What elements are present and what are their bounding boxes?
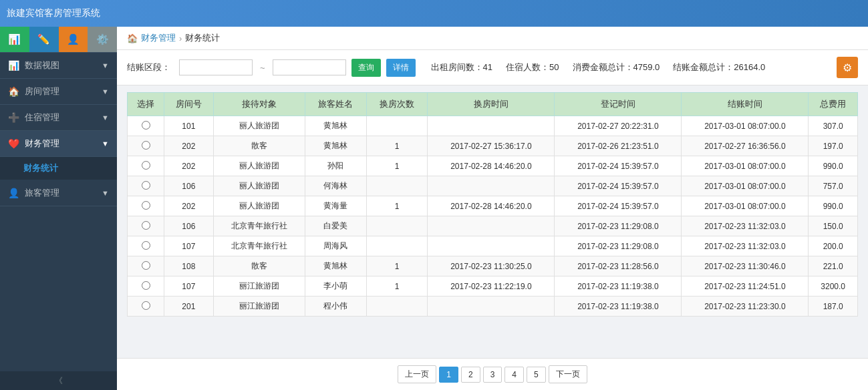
cell-select[interactable]	[128, 256, 164, 276]
breadcrumb-finance[interactable]: 财务管理	[141, 32, 176, 44]
cell-change-time: 2017-02-23 11:22:19.0	[428, 276, 555, 297]
sidebar-item-accommodation-label: 住宿管理	[25, 112, 59, 124]
cell-change-time	[428, 236, 555, 256]
next-page-button[interactable]: 下一页	[549, 365, 587, 383]
date-to-input[interactable]	[273, 59, 346, 75]
table-row: 107 丽江旅游团 李小萌 1 2017-02-23 11:22:19.0 20…	[128, 276, 858, 297]
cell-checkin-time: 2017-02-23 11:29:08.0	[555, 216, 682, 236]
cell-change-count: 1	[366, 256, 428, 276]
main-layout: 📊 ✏️ 👤 ⚙️ 📊 数据视图 ▼ 🏠 房间管理 ▼ ➕ 住宿管理 ▼ ❤️ …	[0, 27, 868, 390]
cell-select[interactable]	[128, 216, 164, 236]
row-radio-9[interactable]	[142, 301, 150, 310]
sidebar-subitem-finance-stats[interactable]: 财务统计	[0, 157, 117, 180]
sidebar-item-dataview[interactable]: 📊 数据视图 ▼	[0, 53, 117, 79]
row-radio-4[interactable]	[142, 201, 150, 210]
table-header-row: 选择 房间号 接待对象 旅客姓名 换房次数 换房时间 登记时间 结账时间 总费用	[128, 93, 858, 116]
cell-checkout-time: 2017-02-23 11:30:46.0	[682, 256, 809, 276]
cell-total: 757.0	[809, 176, 858, 196]
cell-checkout-time: 2017-02-23 11:23:30.0	[682, 297, 809, 317]
cell-guest: 周海风	[305, 236, 366, 256]
table-row: 106 北京青年旅行社 白爱美 2017-02-23 11:29:08.0 20…	[128, 216, 858, 236]
sidebar-icon-chart[interactable]: 📊	[0, 27, 29, 52]
cell-select[interactable]	[128, 136, 164, 156]
row-radio-0[interactable]	[142, 121, 150, 130]
cell-total: 150.0	[809, 216, 858, 236]
cell-change-time	[428, 216, 555, 236]
breadcrumb: 🏠 财务管理 › 财务统计	[117, 27, 868, 50]
cell-room: 201	[164, 297, 213, 317]
cell-room: 107	[164, 276, 213, 297]
top-bar-title: 旅建宾馆客房管理系统	[7, 7, 100, 19]
sidebar-icon-edit[interactable]: ✏️	[29, 27, 59, 52]
cell-change-time: 2017-02-23 11:30:25.0	[428, 256, 555, 276]
stat-rent-rooms-label: 出租房间数：	[431, 62, 483, 72]
page-button-3[interactable]: 3	[483, 367, 502, 383]
stat-guests-value: 50	[549, 62, 559, 72]
toolbar-stats: 出租房间数：41 住宿人数：50 消费金额总计：4759.0 结账金额总计：26…	[431, 61, 766, 73]
row-radio-2[interactable]	[142, 161, 150, 170]
cell-select[interactable]	[128, 156, 164, 176]
content-area: 🏠 财务管理 › 财务统计 结账区段： ~ 查询 详情 出租房间数：41 住宿人…	[117, 27, 868, 390]
roommanage-icon: 🏠	[8, 86, 19, 97]
cell-change-count	[366, 176, 428, 196]
stat-rent-rooms: 出租房间数：41	[431, 61, 492, 73]
col-select: 选择	[128, 93, 164, 116]
row-radio-8[interactable]	[142, 281, 150, 290]
date-from-input[interactable]	[179, 59, 253, 75]
cell-select[interactable]	[128, 236, 164, 256]
detail-button[interactable]: 详情	[386, 59, 416, 77]
page-button-4[interactable]: 4	[504, 367, 524, 383]
table-row: 202 散客 黄旭林 1 2017-02-27 15:36:17.0 2017-…	[128, 136, 858, 156]
sidebar-icon-settings[interactable]: ⚙️	[88, 27, 117, 52]
breadcrumb-separator: ›	[179, 33, 182, 43]
row-radio-5[interactable]	[142, 221, 150, 230]
cell-room: 101	[164, 116, 213, 136]
cell-host: 丽人旅游团	[213, 176, 305, 196]
cell-checkin-time: 2017-02-23 11:19:38.0	[555, 276, 682, 297]
cell-guest: 何海林	[305, 176, 366, 196]
cell-checkout-time: 2017-02-23 11:32:03.0	[682, 216, 809, 236]
prev-page-button[interactable]: 上一页	[398, 365, 436, 383]
cell-total: 990.0	[809, 196, 858, 216]
roommanage-arrow: ▼	[102, 87, 109, 95]
cell-change-time	[428, 116, 555, 136]
cell-select[interactable]	[128, 196, 164, 216]
cell-checkin-time: 2017-02-24 15:39:57.0	[555, 176, 682, 196]
cell-host: 丽人旅游团	[213, 156, 305, 176]
cell-change-count	[366, 297, 428, 317]
row-radio-7[interactable]	[142, 261, 150, 270]
guest-arrow: ▼	[102, 189, 109, 197]
table-area: 选择 房间号 接待对象 旅客姓名 换房次数 换房时间 登记时间 结账时间 总费用…	[117, 85, 868, 358]
cell-total: 197.0	[809, 136, 858, 156]
cell-select[interactable]	[128, 176, 164, 196]
cell-change-count	[366, 116, 428, 136]
col-checkout-time: 结账时间	[682, 93, 809, 116]
cell-room: 106	[164, 216, 213, 236]
finance-arrow: ▼	[102, 140, 109, 148]
cell-guest: 黄海量	[305, 196, 366, 216]
cell-select[interactable]	[128, 297, 164, 317]
cell-select[interactable]	[128, 276, 164, 297]
sidebar-collapse-button[interactable]: 《	[0, 371, 117, 390]
page-button-2[interactable]: 2	[461, 367, 480, 383]
cell-total: 307.0	[809, 116, 858, 136]
cell-select[interactable]	[128, 116, 164, 136]
settings-button[interactable]: ⚙	[837, 57, 858, 78]
stat-checkout-label: 结账金额总计：	[673, 62, 734, 72]
sidebar-item-roommanage[interactable]: 🏠 房间管理 ▼	[0, 79, 117, 105]
row-radio-1[interactable]	[142, 141, 150, 150]
sidebar-item-guest[interactable]: 👤 旅客管理 ▼	[0, 180, 117, 206]
sidebar-icon-user[interactable]: 👤	[59, 27, 88, 52]
row-radio-3[interactable]	[142, 181, 150, 190]
row-radio-6[interactable]	[142, 241, 150, 250]
sidebar-item-dataview-label: 数据视图	[25, 59, 59, 71]
sidebar-item-finance[interactable]: ❤️ 财务管理 ▼	[0, 131, 117, 157]
col-total: 总费用	[809, 93, 858, 116]
guest-icon: 👤	[8, 188, 19, 198]
page-button-1[interactable]: 1	[439, 367, 458, 383]
cell-host: 北京青年旅行社	[213, 216, 305, 236]
stat-consumption: 消费金额总计：4759.0	[573, 61, 660, 73]
sidebar-item-accommodation[interactable]: ➕ 住宿管理 ▼	[0, 105, 117, 131]
page-button-5[interactable]: 5	[527, 367, 546, 383]
query-button[interactable]: 查询	[351, 59, 381, 77]
